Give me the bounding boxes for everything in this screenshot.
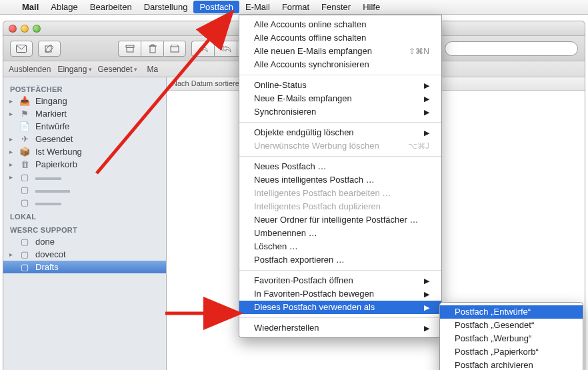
search-field[interactable] (445, 41, 578, 56)
menubar-item-fenster[interactable]: Fenster (315, 1, 357, 13)
disclosure-triangle-icon[interactable]: ▸ (7, 97, 14, 105)
menubar-item-e-mail[interactable]: E-Mail (239, 1, 276, 13)
sidebar-folder-drafts[interactable]: ▢Drafts (3, 261, 166, 273)
sidebar-item-label: Drafts (35, 262, 59, 272)
disclosure-triangle-icon[interactable]: ▸ (7, 135, 14, 143)
sidebar-item-label: done (35, 237, 55, 247)
menu-item[interactable]: Alle Accounts online schalten (239, 18, 441, 31)
favorite-truncated[interactable]: Ma (144, 65, 161, 74)
menubar-item-ablage[interactable]: Ablage (45, 1, 83, 13)
sidebar-blurred-item[interactable]: ▸▢▬▬▬ (3, 171, 166, 183)
menubar-item-darstellung[interactable]: Darstellung (138, 1, 194, 13)
menu-item[interactable]: Alle Accounts synchronisieren (239, 58, 441, 71)
menu-item[interactable]: Objekte endgültig löschen▶ (239, 126, 441, 139)
sidebar-item-label: Eingang (35, 96, 67, 106)
sidebar-folder-dovecot[interactable]: ▸▢dovecot (3, 248, 166, 261)
sidebar-item-label: Markiert (35, 109, 67, 119)
submenu-item[interactable]: Postfach „Papierkorb“ (440, 345, 583, 359)
menubar-item-postfach[interactable]: Postfach (193, 1, 239, 13)
submenu-item[interactable]: Postfach „Gesendet“ (440, 319, 583, 332)
menu-shortcut: ⌥⌘J (408, 140, 429, 152)
menu-item-label: Alle Accounts online schalten (254, 19, 366, 31)
sidebar-item-gesendet[interactable]: ▸✈︎Gesendet (3, 133, 166, 145)
get-mail-button[interactable] (10, 41, 33, 57)
sidebar-section-account: WESRC SUPPORT (3, 222, 166, 235)
menu-item-label: Objekte endgültig löschen (254, 127, 354, 139)
reply-button[interactable] (191, 41, 214, 57)
sidebar: POSTFÄCHER ▸📥Eingang▸⚑Markiert📄Entwürfe▸… (3, 77, 167, 370)
disclosure-triangle-icon[interactable]: ▸ (7, 110, 14, 117)
sidebar-item-label: Entwürfe (35, 121, 69, 131)
menu-item[interactable]: In Favoriten-Postfach bewegen▶ (239, 287, 441, 301)
use-mailbox-as-submenu: Postfach „Entwürfe“Postfach „Gesendet“Po… (439, 302, 583, 370)
sidebar-item-label: Papierkorb (35, 159, 77, 169)
menu-item-label: Alle Accounts offline schalten (254, 32, 366, 44)
menu-item-label: Umbenennen … (254, 227, 317, 239)
svg-rect-5 (171, 47, 179, 52)
disclosure-triangle-icon[interactable]: ▸ (7, 161, 14, 168)
submenu-arrow-icon: ▶ (424, 301, 429, 313)
menu-item[interactable]: Alle neuen E-Mails empfangen⇧⌘N (239, 45, 441, 58)
menu-item[interactable]: Favoriten-Postfach öffnen▶ (239, 274, 441, 287)
menubar-item-bearbeiten[interactable]: Bearbeiten (84, 1, 138, 13)
svg-rect-3 (127, 47, 133, 52)
folder-icon: ▢ (19, 262, 30, 272)
menu-item[interactable]: Wiederherstellen▶ (239, 321, 441, 335)
menu-item[interactable]: Umbenennen … (239, 227, 441, 240)
disclosure-triangle-icon[interactable]: ▸ (7, 148, 14, 155)
menu-item[interactable]: Alle Accounts offline schalten (239, 31, 441, 45)
sidebar-item-papierkorb[interactable]: ▸🗑Papierkorb (3, 158, 166, 171)
submenu-arrow-icon: ▶ (424, 275, 429, 287)
menu-item-label: In Favoriten-Postfach bewegen (254, 288, 374, 300)
sidebar-item-markiert[interactable]: ▸⚑Markiert (3, 107, 166, 120)
submenu-item[interactable]: Postfach „Entwürfe“ (440, 305, 583, 319)
sidebar-item-entwürfe[interactable]: 📄Entwürfe (3, 120, 166, 133)
sidebar-folder-done[interactable]: ▢done (3, 235, 166, 248)
menu-item-label: Online-Status (254, 79, 307, 91)
sidebar-item-label: Ist Werbung (35, 147, 82, 157)
menubar-item-hilfe[interactable]: Hilfe (357, 1, 386, 13)
reply-all-button[interactable] (214, 41, 237, 57)
menu-separator (239, 156, 441, 157)
sidebar-item-label: dovecot (35, 249, 66, 259)
menu-item: Unerwünschte Werbung löschen⌥⌘J (239, 139, 441, 153)
sidebar-section-mailboxes: POSTFÄCHER (3, 81, 166, 95)
menu-item[interactable]: Neuer Ordner für intelligente Postfächer… (239, 213, 441, 227)
disclosure-triangle-icon[interactable]: ▸ (7, 251, 14, 258)
submenu-item[interactable]: Postfach „Werbung“ (440, 332, 583, 345)
menu-item[interactable]: Löschen … (239, 240, 441, 253)
menu-item[interactable]: Neues intelligentes Postfach … (239, 173, 441, 187)
submenu-arrow-icon: ▶ (424, 322, 429, 334)
junk-button[interactable] (163, 41, 186, 57)
menu-item[interactable]: Neue E-Mails empfangen▶ (239, 92, 441, 105)
submenu-item[interactable]: Postfach archivieren (440, 359, 583, 370)
sidebar-blurred-item[interactable]: ▢▬▬▬▬ (3, 183, 166, 196)
postfach-menu: Alle Accounts online schaltenAlle Accoun… (239, 15, 442, 338)
menu-item-label: Neue E-Mails empfangen (254, 93, 352, 105)
menu-item-label: Neues Postfach … (254, 161, 326, 173)
menu-item[interactable]: Postfach exportieren … (239, 253, 441, 267)
sidebar-item-eingang[interactable]: ▸📥Eingang (3, 95, 166, 107)
sidebar-item-ist werbung[interactable]: ▸📦Ist Werbung (3, 145, 166, 158)
menu-item-label: Intelligentes Postfach duplizieren (254, 201, 381, 213)
system-menubar: Mail AblageBearbeitenDarstellungPostfach… (0, 0, 588, 15)
menu-item-label: Löschen … (254, 241, 298, 253)
delete-button[interactable] (141, 41, 163, 57)
menu-separator (239, 75, 441, 75)
sidebar-blurred-item[interactable]: ▢▬▬▬ (3, 196, 166, 209)
sidebar-item-label: Gesendet (35, 134, 73, 144)
archive-button[interactable] (118, 41, 141, 57)
menu-shortcut: ⇧⌘N (409, 45, 429, 57)
menu-item[interactable]: Synchronisieren▶ (239, 105, 441, 119)
menu-item[interactable]: Online-Status▶ (239, 79, 441, 92)
drafts-icon: 📄 (19, 121, 30, 131)
favorite-item[interactable]: Gesendet ▾ (95, 65, 140, 74)
compose-button[interactable] (38, 41, 61, 57)
menu-item[interactable]: Neues Postfach … (239, 160, 441, 173)
hide-sidebar-button[interactable]: Ausblenden (9, 65, 51, 74)
app-name[interactable]: Mail (16, 1, 45, 13)
favorite-item[interactable]: Eingang ▾ (55, 65, 95, 74)
submenu-arrow-icon: ▶ (424, 127, 429, 139)
menu-item[interactable]: Dieses Postfach verwenden als▶ (239, 301, 441, 314)
menubar-item-format[interactable]: Format (276, 1, 315, 13)
